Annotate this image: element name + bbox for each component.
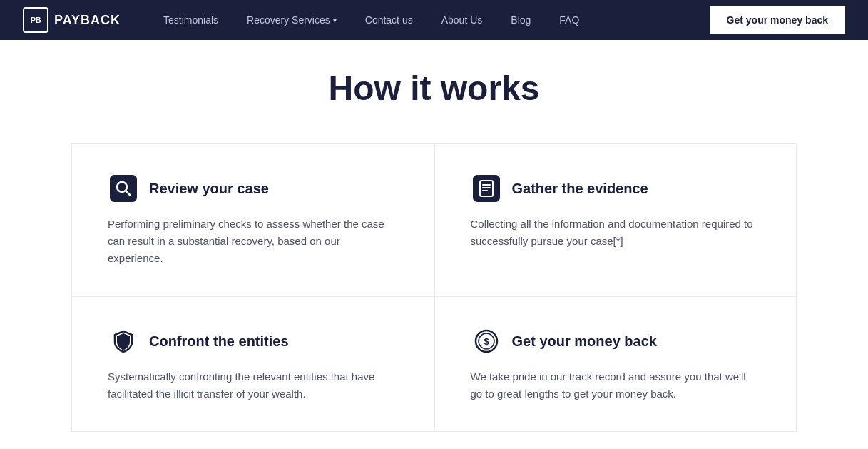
nav-contact[interactable]: Contact us — [351, 0, 427, 40]
nav-recovery-services[interactable]: Recovery Services ▾ — [233, 0, 351, 40]
card-money-description: We take pride in our track record and as… — [471, 368, 761, 403]
card-money-title: Get your money back — [512, 333, 657, 350]
card-money: $ Get your money back We take pride in o… — [434, 296, 797, 432]
card-review-description: Performing preliminary checks to assess … — [108, 216, 398, 267]
card-money-header: $ Get your money back — [471, 326, 761, 357]
search-icon — [108, 173, 139, 204]
chevron-down-icon: ▾ — [333, 16, 337, 24]
navbar: PB PAYBACK Testimonials Recovery Service… — [0, 0, 868, 40]
card-confront: Confront the entities Systematically con… — [71, 296, 434, 432]
section-title: How it works — [71, 69, 797, 108]
cta-button[interactable]: Get your money back — [710, 6, 845, 34]
card-evidence-title: Gather the evidence — [512, 181, 648, 197]
nav-testimonials[interactable]: Testimonials — [149, 0, 233, 40]
logo-text: PAYBACK — [54, 13, 121, 28]
card-review: Review your case Performing preliminary … — [71, 143, 434, 296]
nav-blog[interactable]: Blog — [496, 0, 545, 40]
nav-links: Testimonials Recovery Services ▾ Contact… — [149, 0, 710, 40]
logo-badge: PB — [23, 7, 48, 33]
nav-about[interactable]: About Us — [427, 0, 497, 40]
card-evidence-header: Gather the evidence — [471, 173, 761, 204]
card-evidence: Gather the evidence Collecting all the i… — [434, 143, 797, 296]
card-review-title: Review your case — [149, 181, 269, 197]
card-confront-description: Systematically confronting the relevant … — [108, 368, 398, 403]
shield-icon — [108, 326, 139, 357]
card-confront-title: Confront the entities — [149, 333, 289, 350]
svg-text:$: $ — [484, 336, 489, 347]
nav-faq[interactable]: FAQ — [545, 0, 593, 40]
svg-rect-0 — [110, 175, 137, 202]
card-review-header: Review your case — [108, 173, 398, 204]
main-content: How it works Review your case Performing… — [0, 40, 868, 449]
dollar-icon: $ — [471, 326, 502, 357]
logo[interactable]: PB PAYBACK — [23, 7, 121, 33]
document-icon — [471, 173, 502, 204]
cards-grid: Review your case Performing preliminary … — [71, 143, 797, 432]
card-evidence-description: Collecting all the information and docum… — [471, 216, 761, 250]
card-confront-header: Confront the entities — [108, 326, 398, 357]
